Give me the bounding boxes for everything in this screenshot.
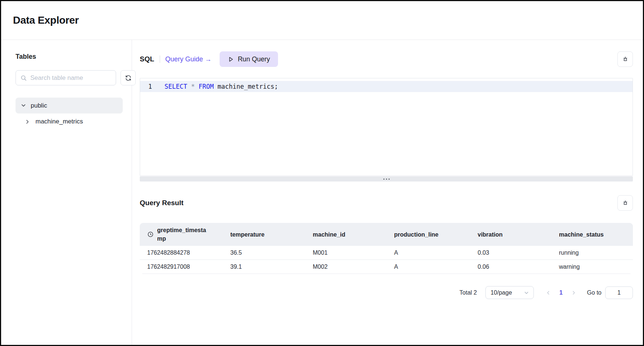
next-page-button[interactable]: [571, 290, 577, 296]
column-header: production_line: [387, 227, 470, 242]
line-number: 1: [140, 81, 160, 92]
code-token-operator: *: [191, 83, 195, 90]
play-icon: [228, 56, 234, 62]
table-row[interactable]: 176248288427836.5M001A0.03running: [140, 246, 633, 260]
drag-handle-dots: [383, 179, 384, 180]
clear-icon: [621, 199, 629, 207]
result-table: greptime_timestamptemperaturemachine_idp…: [140, 223, 633, 274]
column-header: vibration: [470, 227, 552, 242]
code-token-plain: [187, 83, 191, 90]
table-cell: 1762482884278: [140, 250, 223, 256]
chevron-down-icon: [524, 290, 529, 295]
editor-toolbar: SQL Query Guide → Run Query: [140, 51, 633, 67]
table-label: machine_metrics: [35, 118, 83, 125]
run-query-button[interactable]: Run Query: [220, 51, 278, 67]
column-header: machine_id: [305, 227, 387, 242]
clear-result-button[interactable]: [617, 195, 633, 211]
chevron-down-icon: [21, 103, 26, 108]
clear-icon: [621, 55, 629, 63]
page-size-select[interactable]: 10/page: [485, 286, 534, 299]
chevron-right-icon: [25, 119, 30, 125]
total-label: Total 2: [460, 289, 477, 296]
goto-label: Go to: [587, 289, 601, 296]
editor-splitter[interactable]: [140, 176, 633, 182]
column-header: machine_status: [552, 227, 633, 242]
table-header-row: greptime_timestamptemperaturemachine_idp…: [140, 223, 633, 246]
sql-mode-label: SQL: [140, 55, 154, 63]
code-line: SELECT * FROM machine_metrics;: [160, 81, 278, 92]
query-guide-link[interactable]: Query Guide →: [165, 55, 211, 63]
tables-tree: public machine_metrics: [16, 98, 123, 129]
code-token-keyword: FROM: [199, 83, 214, 90]
table-cell: 0.03: [470, 250, 552, 256]
app-header: Data Explorer: [1, 1, 643, 40]
sql-editor[interactable]: 1SELECT * FROM machine_metrics;: [140, 78, 633, 176]
code-token-keyword: SELECT: [165, 83, 187, 90]
table-cell: 39.1: [223, 264, 305, 270]
sidebar: Tables: [1, 40, 132, 345]
schema-label: public: [31, 102, 47, 109]
page-size-value: 10/page: [491, 289, 524, 296]
table-cell: A: [387, 264, 470, 270]
result-header: Query Result: [140, 195, 633, 211]
column-header: greptime_timestamp: [140, 223, 223, 246]
table-cell: 1762482917008: [140, 264, 223, 270]
toolbar-divider: [160, 55, 160, 63]
code-token-plain: machine_metrics;: [214, 83, 278, 90]
pagination: Total 2 10/page 1: [140, 286, 633, 299]
table-search-box[interactable]: [16, 70, 116, 85]
sidebar-heading: Tables: [16, 53, 123, 61]
editor-line[interactable]: 1SELECT * FROM machine_metrics;: [140, 81, 633, 92]
app-window: Data Explorer Tables: [0, 0, 644, 346]
search-input[interactable]: [30, 74, 112, 82]
refresh-icon: [125, 74, 132, 82]
table-cell: 36.5: [223, 250, 305, 256]
table-cell: M002: [305, 264, 387, 270]
goto-input[interactable]: [605, 286, 633, 299]
table-cell: 0.06: [470, 264, 552, 270]
table-row[interactable]: 176248291700839.1M002A0.06warning: [140, 260, 633, 274]
main-panel: SQL Query Guide → Run Query: [132, 40, 643, 345]
code-token-plain: [195, 83, 199, 90]
column-header: temperature: [223, 227, 305, 242]
clock-icon: [147, 231, 154, 238]
prev-page-button[interactable]: [545, 290, 551, 296]
page-number-current[interactable]: 1: [559, 289, 563, 296]
page-title: Data Explorer: [13, 14, 79, 26]
clear-editor-button[interactable]: [617, 51, 633, 67]
table-cell: warning: [552, 264, 633, 270]
chevron-right-icon: [571, 290, 576, 295]
chevron-left-icon: [546, 290, 551, 295]
search-icon: [20, 75, 27, 81]
run-query-label: Run Query: [238, 55, 270, 63]
table-cell: A: [387, 250, 470, 256]
table-cell: M001: [305, 250, 387, 256]
schema-node-public[interactable]: public: [16, 98, 123, 113]
table-cell: running: [552, 250, 633, 256]
table-node-machine-metrics[interactable]: machine_metrics: [16, 114, 123, 129]
query-result-heading: Query Result: [140, 199, 183, 207]
